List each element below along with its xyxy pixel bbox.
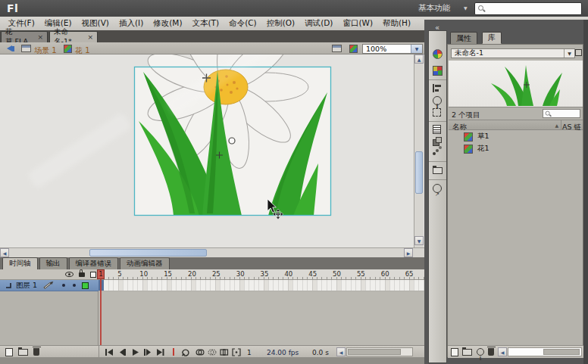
code-snippets-icon xyxy=(433,125,441,134)
timeline-scrollbar[interactable] xyxy=(346,347,413,356)
scroll-right-button[interactable]: ▶ xyxy=(404,248,413,257)
ruler-number: 15 xyxy=(156,270,180,278)
delete-item-button[interactable] xyxy=(488,348,494,356)
menu-item-window[interactable]: 窗口(W) xyxy=(338,18,378,29)
chevron-down-icon[interactable]: ▼ xyxy=(411,45,422,53)
library-scrollbar[interactable] xyxy=(508,347,582,356)
tab-label: 输出 xyxy=(46,259,61,269)
info-panel-button[interactable] xyxy=(433,96,442,105)
swatches-panel-button[interactable] xyxy=(433,66,443,76)
application-bar: Fl 基本功能 ▼ xyxy=(0,0,588,17)
align-panel-button[interactable] xyxy=(433,84,442,92)
transform-panel-button[interactable] xyxy=(433,108,441,117)
menu-item-modify[interactable]: 修改(M) xyxy=(149,18,187,29)
layer-name: 图层 1 xyxy=(16,281,37,291)
tab-huacao-fla[interactable]: 花草.FLA × xyxy=(1,31,48,42)
playhead[interactable]: 1 xyxy=(97,269,105,279)
scroll-down-button[interactable]: ▼ xyxy=(414,236,424,245)
menu-item-help[interactable]: 帮助(H) xyxy=(377,18,415,29)
new-folder-button[interactable] xyxy=(18,349,28,356)
play-button[interactable] xyxy=(130,348,139,356)
chevron-down-icon[interactable]: ▼ xyxy=(564,49,574,58)
edit-symbol-button[interactable] xyxy=(349,45,358,53)
lock-all-layers-button[interactable] xyxy=(79,272,85,277)
project-panel-button[interactable] xyxy=(433,167,443,174)
new-symbol-button[interactable] xyxy=(451,348,458,356)
components-panel-button[interactable] xyxy=(433,137,441,145)
outline-all-layers-button[interactable] xyxy=(90,272,96,278)
edit-bar: 场景 1 花 1 100% ▼ xyxy=(0,42,424,54)
library-scroll-thumb[interactable] xyxy=(543,349,580,355)
library-column-header: 名称 ▲ AS 链 xyxy=(449,120,583,130)
horizontal-scrollbar[interactable]: ◀ ▶ xyxy=(0,247,424,257)
next-frame-button[interactable] xyxy=(143,348,152,356)
loop-button[interactable] xyxy=(180,348,190,356)
code-snippets-panel-button[interactable] xyxy=(433,125,441,134)
publish-panel-button[interactable] xyxy=(433,184,442,193)
trash-icon xyxy=(488,348,494,356)
timeline-scroll-left-button[interactable]: ◀ xyxy=(336,347,346,356)
ruler-number: 20 xyxy=(180,270,205,278)
layer-row[interactable]: 图层 1 xyxy=(0,280,99,291)
tab-untitled-1[interactable]: 未命名-1* × xyxy=(49,31,98,42)
library-scroll-left-button[interactable]: ◀ xyxy=(498,347,507,356)
tab-compiler-errors[interactable]: 编译器错误 xyxy=(69,257,119,269)
divider xyxy=(99,346,99,357)
new-layer-button[interactable] xyxy=(5,348,13,356)
components-icon xyxy=(433,137,441,145)
workspace-switcher-button[interactable]: 基本功能 xyxy=(418,3,450,14)
onion-skin-outlines-button[interactable] xyxy=(208,348,217,356)
menu-item-text[interactable]: 文本(T) xyxy=(187,18,224,29)
stage-canvas[interactable] xyxy=(0,54,424,247)
library-item-flower[interactable]: 花1 xyxy=(449,143,583,154)
library-search-box[interactable] xyxy=(543,109,580,118)
back-button[interactable] xyxy=(7,45,14,51)
layer-lock-dot[interactable] xyxy=(73,284,76,287)
delete-layer-button[interactable] xyxy=(33,348,39,356)
menu-item-command[interactable]: 命令(C) xyxy=(224,18,262,29)
tab-motion-editor[interactable]: 动画编辑器 xyxy=(120,257,170,269)
vertical-scrollbar[interactable]: ▲ ▼ xyxy=(414,54,424,247)
menu-item-debug[interactable]: 调试(D) xyxy=(300,18,338,29)
layer-type-icon xyxy=(5,282,12,289)
layer-visibility-dot[interactable] xyxy=(62,284,65,287)
library-document-select[interactable]: 未命名-1 ▼ xyxy=(451,48,575,58)
item-properties-button[interactable] xyxy=(477,348,484,356)
menu-item-control[interactable]: 控制(O) xyxy=(261,18,299,29)
edit-scene-button[interactable] xyxy=(332,45,342,52)
divider xyxy=(429,179,446,180)
prev-frame-button[interactable] xyxy=(117,348,127,356)
close-icon[interactable]: × xyxy=(37,33,43,41)
sort-icon[interactable]: ▲ xyxy=(555,123,558,128)
search-input[interactable] xyxy=(487,3,581,14)
tab-timeline[interactable]: 时间轴 xyxy=(2,257,38,269)
first-frame-button[interactable] xyxy=(105,348,114,356)
new-folder-button[interactable] xyxy=(462,349,472,356)
menu-item-insert[interactable]: 插入(I) xyxy=(114,18,148,29)
modify-markers-button[interactable] xyxy=(232,348,241,356)
library-item-grass[interactable]: 草1 xyxy=(449,131,583,142)
tab-properties[interactable]: 属性 xyxy=(450,32,477,44)
horizontal-scroll-thumb[interactable] xyxy=(89,249,207,257)
scroll-up-button[interactable]: ▲ xyxy=(414,54,424,64)
close-icon[interactable]: × xyxy=(87,33,93,41)
timeline-scroll-thumb[interactable] xyxy=(348,349,401,355)
frame-rate-indicator[interactable]: 24.00 fps xyxy=(267,349,299,356)
pin-library-button[interactable] xyxy=(575,49,582,56)
motion-presets-panel-button[interactable] xyxy=(433,146,436,155)
zoom-select[interactable]: 100% ▼ xyxy=(362,44,423,54)
caret-down-icon: ▼ xyxy=(418,238,421,244)
edit-multiple-frames-button[interactable] xyxy=(220,348,229,356)
help-search-box[interactable] xyxy=(474,2,582,15)
scroll-left-button[interactable]: ◀ xyxy=(0,248,9,257)
vertical-scroll-thumb[interactable] xyxy=(415,151,423,194)
tab-library[interactable]: 库 xyxy=(482,32,502,44)
last-frame-button[interactable] xyxy=(156,348,165,356)
layer-frames-track[interactable] xyxy=(99,280,424,291)
show-hide-all-layers-button[interactable] xyxy=(65,272,74,277)
tab-output[interactable]: 输出 xyxy=(39,257,67,269)
color-panel-button[interactable] xyxy=(433,49,443,59)
timeline-bottom-edge xyxy=(0,357,424,364)
layer-outline-color[interactable] xyxy=(82,282,89,289)
onion-skin-button[interactable] xyxy=(195,348,205,356)
